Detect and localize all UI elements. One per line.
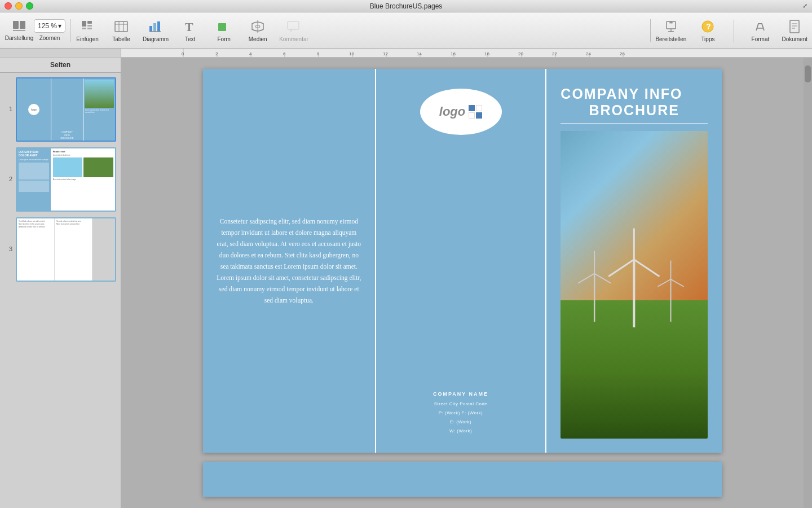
svg-rect-1	[20, 21, 25, 29]
document-page-1: Consetetur sadipscing elitr, sed diam no…	[203, 69, 722, 453]
contact-info: COMPANY NAME Street City Postal Code P: …	[433, 391, 488, 436]
svg-rect-6	[82, 28, 86, 29]
ruler: 0 2 4 6 8 10 12 14 16 18 20 22 24	[121, 49, 812, 57]
scroll-thumb[interactable]	[805, 65, 811, 82]
turbines-svg	[561, 131, 708, 439]
svg-line-62	[634, 259, 660, 276]
svg-text:6: 6	[283, 51, 286, 56]
zoomen-label: Zoomen	[39, 35, 60, 41]
tabelle-icon	[113, 19, 129, 34]
svg-rect-12	[149, 26, 152, 32]
page-thumbnail-2[interactable]: LOREM IPSUM DOLOR AMET Lorem ipsum text …	[16, 147, 116, 212]
title-line1: COMPANY INFO	[561, 86, 708, 102]
logo-oval: logo	[420, 89, 502, 135]
svg-text:20: 20	[518, 51, 523, 56]
svg-text:24: 24	[586, 51, 591, 56]
svg-line-70	[671, 279, 684, 286]
bereitstellen-label: Bereitstellen	[655, 36, 686, 42]
back-panel-text: Consetetur sadipscing elitr, sed diam no…	[215, 216, 363, 306]
darstellung-label: Darstellung	[5, 35, 34, 41]
expand-icon[interactable]: ⤢	[802, 2, 807, 10]
svg-rect-20	[288, 21, 299, 29]
kommentar-button[interactable]: Kommentar	[279, 19, 308, 42]
ruler-container: 0 2 4 6 8 10 12 14 16 18 20 22 24	[0, 49, 812, 58]
svg-text:22: 22	[552, 51, 557, 56]
svg-rect-5	[87, 25, 92, 27]
tipps-icon: ?	[700, 19, 716, 34]
text-button[interactable]: T Text	[178, 19, 202, 42]
toolbar: Darstellung 125 % ▾ Zoomen Einfügen	[0, 12, 812, 49]
dokument-label: Dokument	[782, 36, 807, 42]
svg-line-71	[658, 279, 671, 286]
medien-button[interactable]: Medien	[245, 19, 270, 42]
tipps-button[interactable]: ? Tipps	[695, 19, 720, 42]
format-button[interactable]: Format	[748, 19, 773, 42]
phone-line: P: (Work) F: (Work)	[433, 409, 488, 418]
svg-line-66	[594, 273, 611, 283]
svg-rect-0	[13, 21, 19, 29]
page-thumb-1[interactable]: 1 logo COMPANYINFOBROCHURE	[5, 77, 116, 142]
close-button[interactable]	[5, 2, 12, 10]
diagramm-label: Diagramm	[143, 36, 169, 42]
scrollbar[interactable]	[804, 58, 812, 508]
email-line: E: (Work)	[433, 418, 488, 427]
page-thumbnail-1[interactable]: logo COMPANYINFOBROCHURE Lorem ipsum dol…	[16, 77, 116, 142]
bereitstellen-button[interactable]: Bereitstellen	[655, 19, 686, 42]
logo-text: logo	[439, 104, 465, 119]
sidebar: Seiten 1 logo	[0, 58, 121, 508]
title-divider	[561, 123, 708, 124]
toolbar-tools: Einfügen Tabelle	[75, 19, 646, 42]
tabelle-label: Tabelle	[112, 36, 130, 42]
svg-text:4: 4	[249, 51, 252, 56]
medien-icon	[250, 19, 266, 34]
ruler-spacer	[0, 49, 121, 57]
brochure-panel-back: Consetetur sadipscing elitr, sed diam no…	[203, 69, 375, 453]
text-icon: T	[182, 19, 198, 34]
svg-rect-8	[115, 21, 127, 32]
svg-text:?: ?	[706, 22, 711, 31]
contact-details: Street City Postal Code P: (Work) F: (Wo…	[433, 400, 488, 436]
zoom-dropdown[interactable]: 125 % ▾	[34, 19, 65, 33]
sidebar-pages: 1 logo COMPANYINFOBROCHURE	[0, 73, 121, 508]
form-icon	[216, 19, 232, 34]
svg-rect-3	[82, 21, 86, 27]
svg-text:14: 14	[417, 51, 422, 56]
kommentar-icon	[286, 19, 302, 34]
svg-rect-4	[87, 21, 92, 24]
brochure-title: COMPANY INFO BROCHURE	[561, 86, 708, 124]
window-title: Blue BrochureUS.pages	[370, 2, 443, 10]
toolbar-right: Bereitstellen ? Tipps Format	[655, 19, 807, 42]
page-thumb-3[interactable]: 3 Text block column one with content Mor…	[5, 217, 116, 282]
svg-text:8: 8	[317, 51, 320, 56]
medien-label: Medien	[249, 36, 267, 42]
text-label: Text	[185, 36, 195, 42]
page-thumbnail-3[interactable]: Text block column one with content More …	[16, 217, 116, 282]
darstellung-button[interactable]: Darstellung	[5, 16, 34, 45]
main-layout: Seiten 1 logo	[0, 58, 812, 508]
zoom-value: 125 %	[38, 22, 57, 30]
street-line: Street City Postal Code	[433, 400, 488, 409]
einfuegen-icon	[80, 19, 95, 34]
tipps-label: Tipps	[701, 36, 714, 42]
form-button[interactable]: Form	[211, 19, 236, 42]
svg-rect-13	[153, 23, 156, 32]
dokument-button[interactable]: Dokument	[782, 19, 807, 42]
einfuegen-button[interactable]: Einfügen	[75, 19, 100, 42]
svg-rect-7	[87, 28, 92, 29]
zoom-control[interactable]: 125 % ▾ Zoomen	[34, 19, 65, 41]
minimize-button[interactable]	[15, 2, 23, 10]
svg-rect-28	[790, 20, 799, 33]
zoom-chevron-icon: ▾	[58, 22, 61, 30]
page-num-3: 3	[5, 246, 12, 252]
sidebar-header: Seiten	[0, 58, 121, 73]
tabelle-button[interactable]: Tabelle	[109, 19, 134, 42]
canvas-area[interactable]: Consetetur sadipscing elitr, sed diam no…	[121, 58, 804, 508]
maximize-button[interactable]	[26, 2, 33, 10]
page-thumb-2[interactable]: 2 LOREM IPSUM DOLOR AMET Lorem ipsum tex…	[5, 147, 116, 212]
wind-farm-image	[561, 131, 708, 439]
svg-text:0: 0	[182, 51, 184, 56]
company-name: COMPANY NAME	[433, 391, 488, 397]
title-line2: BROCHURE	[561, 102, 708, 119]
svg-text:T: T	[185, 20, 193, 34]
diagramm-button[interactable]: Diagramm	[143, 19, 169, 42]
